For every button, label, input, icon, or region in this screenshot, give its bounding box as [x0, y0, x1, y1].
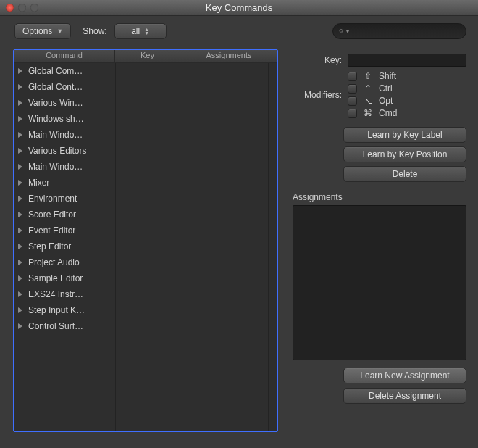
row-label: Global Com…: [28, 66, 114, 76]
disclosure-triangle-icon[interactable]: [18, 244, 22, 249]
disclosure-triangle-icon[interactable]: [18, 323, 22, 329]
search-icon: [339, 27, 344, 36]
table-row[interactable]: Step Editor: [14, 238, 277, 254]
row-label: Windows sh…: [28, 114, 114, 124]
detail-panel: Key: Modifiers: ⇧Shift⌃Ctrl⌥Opt⌘Cmd Lear…: [288, 49, 469, 435]
modifiers-label: Modifiers:: [291, 90, 342, 100]
learn-new-assignment-button[interactable]: Learn New Assignment: [343, 368, 466, 383]
traffic-lights: [6, 4, 38, 12]
table-row[interactable]: EXS24 Instr…: [14, 286, 277, 302]
header-key[interactable]: Key: [115, 50, 180, 62]
table-row[interactable]: Mixer: [14, 175, 277, 191]
disclosure-triangle-icon[interactable]: [18, 68, 22, 74]
row-label: Main Windo…: [28, 162, 114, 172]
header-assignments[interactable]: Assignments: [180, 50, 277, 62]
delete-assignment-button[interactable]: Delete Assignment: [343, 388, 466, 404]
row-label: Main Windo…: [28, 130, 114, 140]
modifiers-list: ⇧Shift⌃Ctrl⌥Opt⌘Cmd: [348, 71, 466, 118]
close-icon[interactable]: [6, 4, 14, 12]
chevron-down-icon: ▼: [56, 28, 63, 35]
modifier-checkbox[interactable]: [348, 109, 357, 118]
modifier-name: Opt: [379, 96, 393, 106]
disclosure-triangle-icon[interactable]: [18, 100, 22, 106]
learn-by-key-label-button[interactable]: Learn by Key Label: [343, 127, 466, 143]
delete-button[interactable]: Delete: [343, 166, 466, 182]
table-row[interactable]: Environment: [14, 191, 277, 207]
table-row[interactable]: Various Editors: [14, 143, 277, 159]
modifier-symbol: ⌃: [363, 83, 373, 94]
show-select[interactable]: all ▲▼: [114, 23, 167, 39]
modifier-row: ⇧Shift: [348, 71, 466, 81]
disclosure-triangle-icon[interactable]: [18, 212, 22, 217]
disclosure-triangle-icon[interactable]: [18, 164, 22, 170]
table-row[interactable]: Event Editor: [14, 223, 277, 238]
row-label: Event Editor: [28, 225, 114, 236]
table-row[interactable]: Sample Editor: [14, 270, 277, 286]
modifier-symbol: ⌥: [363, 96, 373, 106]
disclosure-triangle-icon[interactable]: [18, 291, 22, 297]
key-field[interactable]: [348, 54, 466, 67]
chevron-down-icon: ▾: [346, 28, 349, 35]
disclosure-triangle-icon[interactable]: [18, 116, 22, 122]
updown-caret-icon: ▲▼: [144, 28, 149, 35]
disclosure-triangle-icon[interactable]: [18, 148, 22, 154]
disclosure-triangle-icon[interactable]: [18, 196, 22, 202]
key-label: Key:: [291, 55, 342, 65]
modifier-name: Cmd: [379, 108, 397, 118]
row-label: Sample Editor: [28, 273, 114, 283]
row-label: Various Editors: [28, 146, 114, 156]
disclosure-triangle-icon[interactable]: [18, 307, 22, 313]
command-table[interactable]: Command Key Assignments Global Com…Globa…: [13, 49, 278, 432]
table-header: Command Key Assignments: [14, 50, 277, 63]
row-label: Project Audio: [28, 257, 114, 267]
row-label: Environment: [28, 194, 114, 204]
window-title: Key Commands: [206, 2, 272, 13]
column-divider: [115, 63, 116, 431]
header-command[interactable]: Command: [14, 50, 115, 62]
search-input[interactable]: [352, 26, 460, 37]
row-label: EXS24 Instr…: [28, 289, 114, 299]
minimize-icon[interactable]: [18, 4, 26, 12]
disclosure-triangle-icon[interactable]: [18, 275, 22, 281]
modifier-checkbox[interactable]: [348, 72, 357, 81]
learn-by-key-position-button[interactable]: Learn by Key Position: [343, 146, 466, 162]
table-row[interactable]: Project Audio: [14, 254, 277, 270]
assignments-list[interactable]: [293, 205, 466, 360]
disclosure-triangle-icon[interactable]: [18, 180, 22, 186]
table-row[interactable]: Global Com…: [14, 63, 277, 79]
modifier-row: ⌘Cmd: [348, 108, 466, 118]
show-value: all: [131, 26, 140, 36]
modifier-symbol: ⌘: [363, 108, 373, 118]
svg-line-1: [342, 32, 343, 33]
table-row[interactable]: Control Surf…: [14, 318, 277, 334]
table-row[interactable]: Score Editor: [14, 207, 277, 223]
options-label: Options: [22, 26, 52, 36]
disclosure-triangle-icon[interactable]: [18, 84, 22, 90]
table-row[interactable]: Windows sh…: [14, 111, 277, 127]
disclosure-triangle-icon[interactable]: [18, 132, 22, 138]
row-label: Step Input K…: [28, 305, 114, 315]
toolbar: Options ▼ Show: all ▲▼ ▾: [0, 16, 478, 43]
row-label: Control Surf…: [28, 321, 114, 331]
table-row[interactable]: Main Windo…: [14, 159, 277, 175]
table-row[interactable]: Global Cont…: [14, 79, 277, 95]
column-divider: [268, 63, 269, 431]
row-label: Step Editor: [28, 241, 114, 252]
row-label: Various Win…: [28, 98, 114, 108]
disclosure-triangle-icon[interactable]: [18, 228, 22, 233]
table-row[interactable]: Step Input K…: [14, 302, 277, 318]
svg-point-0: [340, 29, 343, 32]
disclosure-triangle-icon[interactable]: [18, 260, 22, 265]
search-field[interactable]: ▾: [332, 23, 466, 39]
row-label: Mixer: [28, 178, 114, 188]
table-row[interactable]: Various Win…: [14, 95, 277, 111]
table-row[interactable]: Main Windo…: [14, 127, 277, 143]
window-titlebar: Key Commands: [0, 0, 478, 16]
modifier-checkbox[interactable]: [348, 96, 357, 106]
modifier-checkbox[interactable]: [348, 84, 357, 94]
modifier-row: ⌃Ctrl: [348, 83, 466, 94]
modifier-row: ⌥Opt: [348, 96, 466, 106]
options-menu-button[interactable]: Options ▼: [14, 23, 71, 39]
zoom-icon[interactable]: [30, 4, 38, 12]
show-label: Show:: [83, 26, 106, 36]
